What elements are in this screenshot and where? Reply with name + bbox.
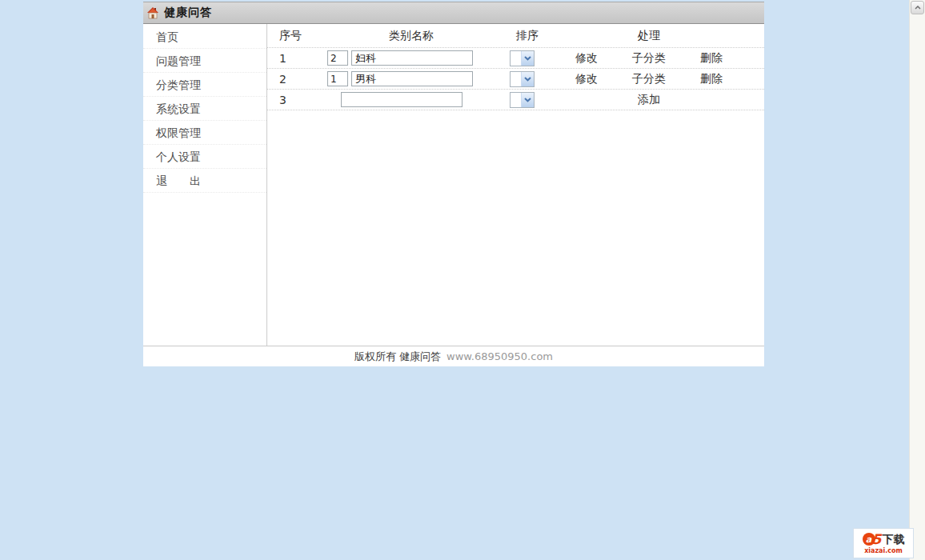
a5-watermark: a 5 下载 xiazai.com — [853, 528, 914, 558]
add-link[interactable]: 添加 — [555, 93, 743, 107]
sort-select[interactable] — [510, 92, 535, 108]
page: { "colors": { "page_bg": "#cee2f4", "tit… — [0, 0, 925, 560]
header-排序: 排序 — [499, 29, 555, 43]
edit-link[interactable]: 修改 — [555, 51, 618, 66]
sidebar-item-logout[interactable]: 退 出 — [143, 169, 266, 193]
copyright-text: 版权所有 健康问答 — [354, 350, 441, 364]
order-input[interactable] — [327, 50, 348, 66]
sidebar-item-permission-management[interactable]: 权限管理 — [143, 121, 266, 145]
new-category-name-input[interactable] — [341, 92, 462, 107]
row-number: 3 — [267, 94, 323, 106]
table-header-row: 序号 类别名称 排序 处理 — [267, 24, 764, 48]
a5-logo-five: 5 — [872, 533, 882, 546]
a5-logo-text: 下载 — [882, 534, 904, 545]
chevron-down-icon — [521, 72, 534, 86]
scrollbar-up-button[interactable] — [911, 1, 924, 14]
category-name-input[interactable] — [351, 71, 473, 86]
a5-site-text: xiazai.com — [864, 548, 903, 554]
edit-link[interactable]: 修改 — [555, 72, 618, 86]
sort-select[interactable] — [510, 71, 535, 87]
sidebar: 首页 问题管理 分类管理 系统设置 权限管理 个人设置 退 出 — [143, 24, 267, 346]
table-row: 2 修改 子分类 删除 — [267, 69, 764, 90]
footer: 版权所有 健康问答 www.68950950.com — [143, 346, 764, 366]
chevron-down-icon — [521, 93, 534, 107]
footer-url: www.68950950.com — [446, 350, 553, 362]
subcategory-link[interactable]: 子分类 — [618, 51, 680, 66]
order-input[interactable] — [327, 71, 348, 86]
sidebar-item-personal-settings[interactable]: 个人设置 — [143, 145, 266, 169]
category-name-input[interactable] — [351, 50, 473, 66]
chevron-down-icon — [521, 51, 534, 66]
scrollbar[interactable] — [909, 0, 925, 560]
table-row: 1 修改 子分类 删除 — [267, 48, 764, 69]
titlebar: 健康问答 — [143, 2, 764, 24]
header-处理: 处理 — [555, 29, 743, 43]
row-number: 1 — [267, 52, 323, 65]
delete-link[interactable]: 删除 — [680, 51, 743, 66]
sidebar-item-category-management[interactable]: 分类管理 — [143, 73, 266, 97]
app-window: 健康问答 首页 问题管理 分类管理 系统设置 权限管理 个人设置 退 出 序号 … — [143, 2, 764, 366]
sidebar-item-system-settings[interactable]: 系统设置 — [143, 97, 266, 121]
header-类别名称: 类别名称 — [323, 29, 499, 43]
category-table: 序号 类别名称 排序 处理 1 — [267, 24, 764, 346]
content-area: 首页 问题管理 分类管理 系统设置 权限管理 个人设置 退 出 序号 类别名称 … — [143, 24, 764, 346]
delete-link[interactable]: 删除 — [680, 72, 743, 86]
row-number: 2 — [267, 73, 323, 86]
subcategory-link[interactable]: 子分类 — [618, 72, 680, 86]
app-title: 健康问答 — [164, 6, 212, 20]
sort-select[interactable] — [510, 50, 535, 66]
home-icon — [146, 6, 159, 19]
sidebar-item-home[interactable]: 首页 — [143, 25, 266, 49]
sidebar-item-question-management[interactable]: 问题管理 — [143, 49, 266, 73]
table-row-new: 3 添加 — [267, 90, 764, 110]
header-序号: 序号 — [267, 29, 323, 43]
arrow-up-icon — [915, 6, 921, 10]
